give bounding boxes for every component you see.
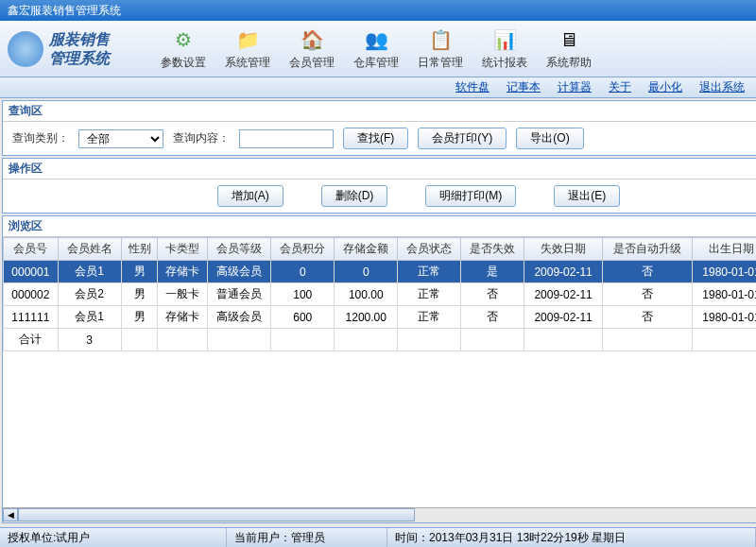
status-time: 时间：2013年03月31日 13时22分19秒 星期日 <box>387 528 756 547</box>
browse-panel: 浏览区 会员号会员姓名性别卡类型会员等级会员积分存储金额会员状态是否失效失效日期… <box>2 215 756 523</box>
ico-chart <box>491 26 518 53</box>
toolbar-日常管理[interactable]: 日常管理 <box>408 23 472 75</box>
toolbar-系统管理[interactable]: 系统管理 <box>215 23 280 75</box>
horizontal-scrollbar[interactable]: ◀ ▶ <box>3 507 756 522</box>
logo-icon <box>8 31 43 67</box>
scroll-thumb[interactable] <box>18 508 415 521</box>
query-content-input[interactable] <box>239 129 334 148</box>
column-header[interactable]: 是否自动升级 <box>602 238 692 261</box>
app-title: 鑫宏服装销售管理系统 <box>8 3 121 19</box>
data-table: 会员号会员姓名性别卡类型会员等级会员积分存储金额会员状态是否失效失效日期是否自动… <box>3 237 756 351</box>
toolbar-统计报表[interactable]: 统计报表 <box>472 23 537 75</box>
ico-doc <box>427 26 454 53</box>
toolbar-系统帮助[interactable]: 系统帮助 <box>537 23 601 75</box>
detail-print-button[interactable]: 明细打印(M) <box>425 185 516 207</box>
query-content-label: 查询内容： <box>173 130 230 146</box>
table-row[interactable]: 000001会员1男存储卡高级会员00正常是2009-02-11否1980-01… <box>4 261 757 283</box>
link-最小化[interactable]: 最小化 <box>648 79 682 95</box>
link-退出系统[interactable]: 退出系统 <box>699 79 745 95</box>
column-header[interactable]: 会员姓名 <box>58 238 121 261</box>
main-content: 查询区 查询类别： 全部 查询内容： 查找(F) 会员打印(Y) 导出(O) 操… <box>0 98 756 527</box>
member-print-button[interactable]: 会员打印(Y) <box>418 128 507 149</box>
export-button[interactable]: 导出(O) <box>516 128 583 149</box>
exit-button[interactable]: 退出(E) <box>554 185 620 207</box>
query-panel-title: 查询区 <box>3 101 756 122</box>
browse-panel-title: 浏览区 <box>3 216 756 237</box>
link-记事本[interactable]: 记事本 <box>507 79 541 95</box>
column-header[interactable]: 会员状态 <box>398 238 461 261</box>
column-header[interactable]: 会员积分 <box>271 238 335 261</box>
toolbar-会员管理[interactable]: 会员管理 <box>280 23 344 75</box>
status-user: 当前用户：管理员 <box>227 528 387 547</box>
column-header[interactable]: 卡类型 <box>158 238 208 261</box>
table-row[interactable]: 000002会员2男一般卡普通会员100100.00正常否2009-02-11否… <box>4 283 757 306</box>
link-软件盘[interactable]: 软件盘 <box>455 79 490 95</box>
column-header[interactable]: 会员号 <box>4 238 59 261</box>
ico-people <box>363 26 389 53</box>
ico-monitor <box>556 26 582 53</box>
logo-area: 服装销售 管理系统 <box>0 30 151 66</box>
ops-panel-title: 操作区 <box>3 159 756 179</box>
column-header[interactable]: 失效日期 <box>524 238 603 261</box>
toolbar-仓库管理[interactable]: 仓库管理 <box>344 23 408 75</box>
toolbar-参数设置[interactable]: 参数设置 <box>151 23 215 75</box>
column-header[interactable]: 存储金额 <box>335 238 398 261</box>
query-type-label: 查询类别： <box>12 130 69 146</box>
query-type-select[interactable]: 全部 <box>78 129 163 148</box>
ico-house <box>299 26 325 53</box>
delete-button[interactable]: 删除(D) <box>321 185 388 207</box>
scroll-left-icon[interactable]: ◀ <box>3 508 18 521</box>
column-header[interactable]: 出生日期 <box>693 238 756 261</box>
link-bar: 软件盘记事本计算器关于最小化退出系统 <box>0 77 756 98</box>
link-计算器[interactable]: 计算器 <box>558 79 592 95</box>
data-table-wrap[interactable]: 会员号会员姓名性别卡类型会员等级会员积分存储金额会员状态是否失效失效日期是否自动… <box>3 237 756 507</box>
status-auth: 授权单位: 试用户 <box>0 528 227 547</box>
column-header[interactable]: 性别 <box>121 238 158 261</box>
main-toolbar: 服装销售 管理系统 参数设置系统管理会员管理仓库管理日常管理统计报表系统帮助 <box>0 21 756 77</box>
ico-gear <box>170 26 197 53</box>
query-panel: 查询区 查询类别： 全部 查询内容： 查找(F) 会员打印(Y) 导出(O) <box>2 100 756 156</box>
table-total-row: 合计3 <box>4 329 757 351</box>
status-bar: 授权单位: 试用户 当前用户：管理员 时间：2013年03月31日 13时22分… <box>0 527 756 547</box>
add-button[interactable]: 增加(A) <box>217 185 284 207</box>
ico-folder <box>234 26 261 53</box>
link-关于[interactable]: 关于 <box>609 79 631 95</box>
table-row[interactable]: 111111会员1男存储卡高级会员6001200.00正常否2009-02-11… <box>4 306 757 329</box>
column-header[interactable]: 是否失效 <box>461 238 524 261</box>
logo-text: 服装销售 管理系统 <box>49 30 110 66</box>
column-header[interactable]: 会员等级 <box>208 238 271 261</box>
ops-panel: 操作区 增加(A) 删除(D) 明细打印(M) 退出(E) <box>2 158 756 214</box>
find-button[interactable]: 查找(F) <box>343 128 408 149</box>
window-titlebar: 鑫宏服装销售管理系统 <box>0 0 756 21</box>
